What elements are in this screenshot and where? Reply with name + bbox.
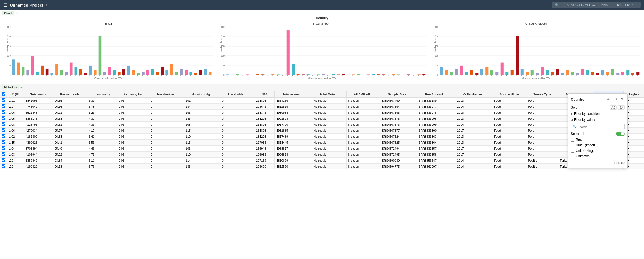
bar-20[interactable]: [541, 67, 544, 75]
bar-29[interactable]: [586, 70, 589, 75]
bar-27[interactable]: [362, 75, 365, 75]
bar-7[interactable]: [46, 69, 49, 75]
bar-1[interactable]: [17, 63, 20, 75]
bar-8[interactable]: [480, 69, 483, 75]
bar-19[interactable]: [103, 72, 106, 75]
bar-22[interactable]: [118, 72, 121, 75]
bar-26[interactable]: [357, 74, 360, 75]
bar-17[interactable]: [312, 75, 315, 75]
bar-38[interactable]: [194, 73, 197, 75]
bar-36[interactable]: [621, 72, 624, 75]
bar-19[interactable]: [322, 74, 325, 75]
bar-38[interactable]: [418, 74, 421, 75]
filter-option-0[interactable]: Brazil: [568, 137, 627, 143]
bar-14[interactable]: [79, 69, 82, 75]
filter-by-condition-row[interactable]: ▶ Filter by condition: [568, 111, 627, 117]
bar-3[interactable]: [241, 75, 244, 75]
bar-24[interactable]: [561, 73, 564, 75]
cell-r3-c0[interactable]: [0, 116, 7, 122]
bar-37[interactable]: [189, 72, 192, 75]
row-checkbox-0[interactable]: [2, 98, 5, 102]
bar-8[interactable]: [50, 73, 53, 75]
filter-clear-btn[interactable]: CLEAR: [614, 161, 625, 165]
bar-20[interactable]: [108, 67, 111, 75]
bar-31[interactable]: [161, 67, 164, 75]
bar-24[interactable]: [347, 75, 350, 75]
cell-r10-c0[interactable]: [0, 158, 7, 164]
bar-21[interactable]: [332, 74, 335, 75]
bar-11[interactable]: [281, 75, 284, 75]
bar-25[interactable]: [132, 70, 135, 75]
cell-r9-c0[interactable]: [0, 152, 7, 158]
bar-39[interactable]: [199, 70, 202, 75]
bar-5[interactable]: [251, 75, 254, 75]
bar-17[interactable]: [94, 70, 97, 75]
bar-14[interactable]: [297, 74, 300, 75]
bar-32[interactable]: [165, 70, 168, 75]
bar-3[interactable]: [26, 70, 29, 75]
row-checkbox-3[interactable]: [2, 116, 5, 120]
bar-39[interactable]: [636, 72, 639, 75]
bar-5[interactable]: [465, 72, 468, 75]
bar-10[interactable]: [60, 70, 63, 75]
bar-13[interactable]: [292, 64, 295, 75]
bar-38[interactable]: [631, 73, 634, 75]
filter-checkbox-1[interactable]: [571, 144, 574, 147]
bar-21[interactable]: [113, 70, 116, 75]
filter-hide-col-icon[interactable]: 👁: [606, 97, 612, 102]
bar-21[interactable]: [546, 70, 549, 75]
filter-option-3[interactable]: Unknown: [568, 153, 627, 159]
bar-15[interactable]: [516, 36, 519, 75]
bar-0[interactable]: [226, 74, 229, 75]
bar-36[interactable]: [407, 74, 410, 75]
bar-28[interactable]: [367, 74, 370, 75]
bar-28[interactable]: [581, 69, 584, 75]
bar-4[interactable]: [31, 56, 34, 75]
bar-12[interactable]: [287, 30, 290, 75]
bar-14[interactable]: [511, 70, 514, 75]
filter-checkbox-2[interactable]: [571, 149, 574, 153]
bar-16[interactable]: [307, 74, 310, 75]
col-checkbox[interactable]: [0, 91, 7, 98]
bar-18[interactable]: [531, 70, 534, 75]
row-checkbox-6[interactable]: [2, 134, 5, 138]
bar-26[interactable]: [571, 72, 574, 75]
bar-3[interactable]: [455, 69, 458, 75]
bar-29[interactable]: [372, 74, 375, 75]
filter-sort-za[interactable]: ZA: [618, 105, 625, 110]
cell-r11-c0[interactable]: [0, 164, 7, 169]
bar-22[interactable]: [337, 74, 340, 75]
filter-by-values-row[interactable]: ◀ Filter by values: [568, 117, 627, 123]
bar-16[interactable]: [89, 66, 92, 75]
bar-23[interactable]: [556, 69, 559, 75]
bar-37[interactable]: [626, 70, 629, 75]
cell-r8-c0[interactable]: [0, 146, 7, 152]
bar-27[interactable]: [142, 72, 145, 75]
bar-17[interactable]: [526, 72, 529, 75]
bar-18[interactable]: [317, 74, 320, 75]
row-checkbox-1[interactable]: [2, 104, 5, 108]
filter-sort-az[interactable]: AZ: [610, 105, 617, 110]
bar-10[interactable]: [277, 74, 280, 75]
table-area[interactable]: C (%) Total reads Passed reads Low quali…: [0, 91, 644, 259]
bar-12[interactable]: [70, 63, 73, 75]
cell-r5-c0[interactable]: [0, 128, 7, 134]
bar-4[interactable]: [246, 74, 249, 75]
bar-35[interactable]: [616, 73, 619, 75]
cell-r7-c0[interactable]: [0, 140, 7, 146]
bar-39[interactable]: [422, 74, 425, 75]
bar-12[interactable]: [501, 63, 504, 75]
bar-13[interactable]: [75, 67, 78, 75]
row-checkbox-2[interactable]: [2, 110, 5, 114]
bar-1[interactable]: [231, 75, 234, 75]
bar-34[interactable]: [611, 69, 614, 75]
bar-25[interactable]: [352, 74, 355, 75]
bar-7[interactable]: [261, 74, 264, 75]
search-input[interactable]: [566, 3, 615, 7]
bar-23[interactable]: [342, 74, 345, 75]
bar-24[interactable]: [127, 66, 130, 75]
bar-6[interactable]: [470, 70, 473, 75]
bar-29[interactable]: [151, 69, 154, 75]
row-checkbox-5[interactable]: [2, 128, 5, 132]
bar-11[interactable]: [65, 72, 68, 75]
